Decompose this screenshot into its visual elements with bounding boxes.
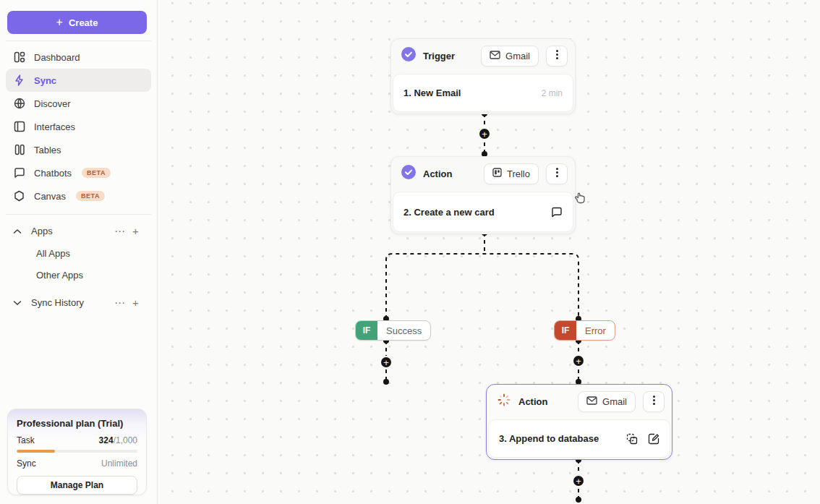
kebab-menu-icon (556, 168, 558, 179)
sidebar-sections: Apps ⋯ + All Apps Other Apps Sync Histor… (6, 220, 151, 314)
sidebar-item-discover[interactable]: Discover (6, 92, 151, 115)
sidebar-item-label: Tables (34, 145, 61, 155)
spinner-icon (497, 393, 511, 410)
more-icon[interactable]: ⋯ (112, 296, 128, 309)
step-duration: 2 min (542, 88, 563, 98)
beta-badge: BETA (82, 168, 111, 178)
add-step-button[interactable]: + (380, 356, 393, 369)
node-type-label: Trigger (423, 51, 474, 61)
node-menu-button[interactable] (643, 391, 665, 412)
mouse-cursor-hand (573, 191, 587, 207)
create-button[interactable]: + Create (7, 11, 147, 34)
kebab-menu-icon (556, 50, 558, 61)
app-button-label: Trello (507, 168, 530, 179)
sidebar-item-label: Interfaces (34, 121, 75, 132)
node-step[interactable]: 1. New Email 2 min (393, 74, 573, 112)
chevron-up-icon (13, 228, 22, 234)
sidebar-item-label: Dashboard (34, 52, 80, 63)
node-action-trello[interactable]: Action Trello 2. Create a new card (390, 156, 576, 234)
sidebar-item-label: Chatbots (34, 168, 72, 179)
sync-bolt-icon (13, 74, 25, 87)
sidebar-item-sync[interactable]: Sync (6, 69, 151, 92)
task-progress-bar (17, 450, 137, 453)
sidebar-item-canvas[interactable]: Canvas BETA (6, 184, 151, 208)
sidebar-item-label: All Apps (36, 248, 70, 259)
beta-badge: BETA (76, 191, 105, 201)
add-icon[interactable]: + (128, 296, 144, 309)
node-step[interactable]: 2. Create a new card (393, 192, 573, 232)
sidebar-item-label: Canvas (34, 191, 66, 202)
edit-icon[interactable] (648, 433, 659, 445)
app-button-label: Gmail (602, 396, 627, 407)
node-type-label: Action (518, 396, 571, 407)
check-circle-icon (401, 165, 416, 182)
node-step[interactable]: 3. Append to database (488, 419, 670, 458)
chevron-down-icon (13, 300, 22, 306)
branch-badge-success[interactable]: IF Success (355, 320, 431, 341)
plan-title: Professional plan (Trial) (17, 418, 137, 429)
node-action-gmail[interactable]: Action Gmail 3. Append to database (486, 384, 672, 460)
if-label: IF (555, 321, 576, 340)
trello-icon (492, 168, 502, 179)
node-trigger[interactable]: Trigger Gmail 1. New Email 2 min (390, 38, 576, 114)
plus-icon: + (56, 17, 63, 28)
if-label: IF (356, 321, 377, 340)
section-label: Sync History (31, 297, 112, 308)
tables-icon (13, 144, 25, 156)
app-button-trello[interactable]: Trello (484, 163, 539, 184)
branch-condition-label: Error (576, 321, 615, 340)
divider (6, 214, 151, 215)
plan-card: Professional plan (Trial) Task 324/1,000… (7, 409, 147, 495)
sync-label: Sync (17, 458, 36, 469)
check-circle-icon (401, 47, 416, 64)
sidebar-item-label: Other Apps (36, 270, 83, 281)
section-sync-history[interactable]: Sync History ⋯ + (6, 291, 151, 314)
sidebar-item-chatbots[interactable]: Chatbots BETA (6, 161, 151, 184)
more-icon[interactable]: ⋯ (112, 225, 128, 238)
hexagon-icon (13, 190, 25, 202)
add-step-button[interactable]: + (572, 474, 585, 487)
step-label: 3. Append to database (499, 433, 620, 444)
branch-badge-error[interactable]: IF Error (554, 320, 615, 341)
add-step-button[interactable]: + (478, 127, 491, 140)
node-menu-button[interactable] (546, 163, 568, 184)
sidebar-item-interfaces[interactable]: Interfaces (6, 115, 151, 138)
dashboard-icon (13, 51, 25, 64)
task-label: Task (17, 435, 35, 445)
sidebar-item-all-apps[interactable]: All Apps (6, 242, 151, 264)
app-button-label: Gmail (505, 51, 530, 61)
manage-plan-button[interactable]: Manage Plan (17, 476, 137, 495)
sidebar-item-label: Sync (34, 75, 56, 86)
section-label: Apps (31, 226, 112, 236)
comment-icon[interactable] (551, 207, 563, 218)
chat-icon (13, 167, 25, 179)
copy-icon[interactable] (626, 433, 638, 445)
task-progress-fill (17, 450, 55, 453)
sidebar: + Create Dashboard Sync (0, 0, 158, 504)
divider (6, 40, 151, 41)
kebab-menu-icon (653, 396, 655, 407)
sidebar-item-dashboard[interactable]: Dashboard (6, 46, 151, 69)
app-button-gmail[interactable]: Gmail (578, 391, 636, 412)
envelope-icon (586, 396, 597, 407)
sidebar-item-tables[interactable]: Tables (6, 138, 151, 161)
sync-value: Unlimited (101, 458, 137, 469)
step-label: 1. New Email (403, 87, 536, 98)
globe-icon (13, 98, 25, 110)
interfaces-icon (13, 121, 25, 133)
step-label: 2. Create a new card (403, 207, 545, 218)
task-usage: 324/1,000 (99, 435, 137, 445)
add-step-button[interactable]: + (572, 354, 585, 367)
add-icon[interactable]: + (128, 225, 144, 237)
section-apps[interactable]: Apps ⋯ + (6, 220, 151, 242)
sidebar-item-label: Discover (34, 98, 71, 109)
node-type-label: Action (423, 168, 477, 179)
sidebar-item-other-apps[interactable]: Other Apps (6, 264, 151, 286)
create-button-label: Create (69, 17, 98, 28)
node-menu-button[interactable] (546, 46, 568, 67)
branch-condition-label: Success (377, 321, 430, 340)
app-button-gmail[interactable]: Gmail (481, 46, 539, 67)
envelope-icon (490, 51, 500, 61)
sidebar-nav: Dashboard Sync Discover (6, 46, 151, 208)
